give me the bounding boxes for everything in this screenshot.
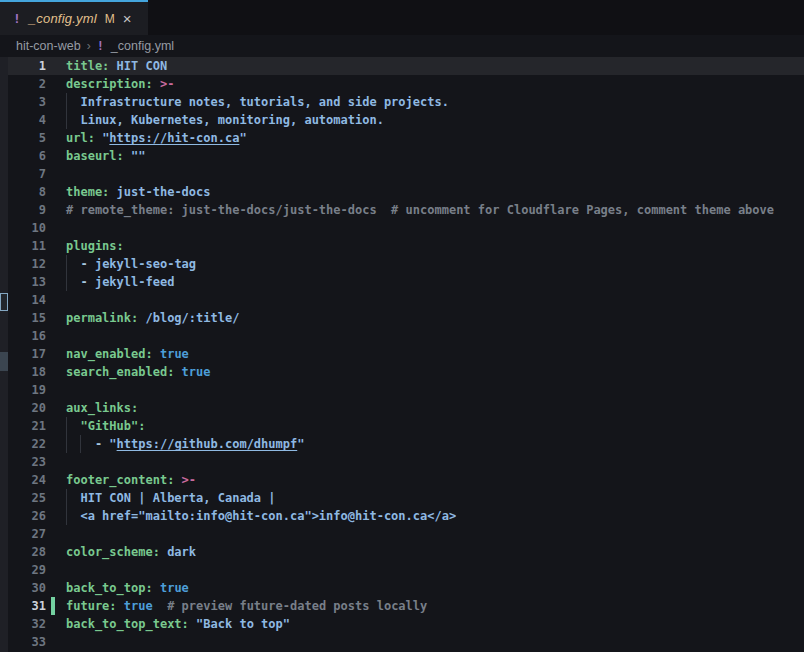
code-content: - jekyll-feed [66,273,804,291]
code-line[interactable]: 17nav_enabled: true [0,345,804,363]
gutter-margin [46,399,66,417]
breadcrumb-file-label: _config.yml [111,39,174,53]
code-line[interactable]: 31future: true # preview future-dated po… [0,597,804,615]
breadcrumb-folder[interactable]: hit-con-web [16,39,81,53]
code-content [66,561,804,579]
indent-guide [80,435,81,453]
code-line[interactable]: 13 - jekyll-feed [0,273,804,291]
gutter-margin [46,129,66,147]
code-content: permalink: /blog/:title/ [66,309,804,327]
code-line[interactable]: 23 [0,453,804,471]
editor-tab-bar: ! _config.yml M × [0,0,804,35]
code-line[interactable]: 30back_to_top: true [0,579,804,597]
breadcrumb-file[interactable]: ! _config.yml [97,39,174,53]
code-content [66,327,804,345]
close-icon[interactable]: × [123,11,132,26]
code-line[interactable]: 26 <a href="mailto:info@hit-con.ca">info… [0,507,804,525]
yaml-file-icon: ! [97,39,104,53]
indent-guide [66,507,67,525]
code-line[interactable]: 18search_enabled: true [0,363,804,381]
code-line[interactable]: 25 HIT CON | Alberta, Canada | [0,489,804,507]
gutter-margin [46,93,66,111]
code-line[interactable]: 16 [0,327,804,345]
code-line[interactable]: 27 [0,525,804,543]
code-line[interactable]: 33 [0,633,804,651]
code-line[interactable]: 21 "GitHub": [0,417,804,435]
code-token-bool: true [182,365,211,379]
code-content: HIT CON | Alberta, Canada | [66,489,804,507]
gutter-margin [46,381,66,399]
code-line[interactable]: 22 - "https://github.com/dhumpf" [0,435,804,453]
gutter-margin [46,291,66,309]
code-token-val [153,77,160,91]
code-line[interactable]: 28color_scheme: dark [0,543,804,561]
yaml-file-icon: ! [13,11,21,26]
tab-config-yml[interactable]: ! _config.yml M × [0,0,148,35]
indent-guide [66,273,67,291]
gutter-margin [46,435,66,453]
indent-guide [66,111,67,129]
code-token-val: <a href="mailto:info@hit-con.ca">info@hi… [66,509,456,523]
indent-guide [66,417,67,435]
code-line[interactable]: 14 [0,291,804,309]
code-line[interactable]: 5url: "https://hit-con.ca" [0,129,804,147]
code-line[interactable]: 11plugins: [0,237,804,255]
code-token-val: just-the-docs [109,185,210,199]
code-token-key: url: [66,131,95,145]
code-line[interactable]: 2description: >- [0,75,804,93]
code-line[interactable]: 7 [0,165,804,183]
code-token-key: back_to_top: [66,581,153,595]
code-token-key: title: [66,59,109,73]
code-token-val: Linux, Kubernetes, monitoring, automatio… [66,113,384,127]
code-token-key: aux_links: [66,401,138,415]
code-content: "GitHub": [66,417,804,435]
gutter-margin [46,147,66,165]
code-line[interactable]: 10 [0,219,804,237]
code-line[interactable]: 20aux_links: [0,399,804,417]
code-token-val [117,599,124,613]
gutter-margin [46,57,66,75]
code-token-link: https://github.com/dhumpf [117,437,298,451]
code-token-key: future: [66,599,117,613]
code-line[interactable]: 6baseurl: "" [0,147,804,165]
code-line[interactable]: 9# remote_theme: just-the-docs/just-the-… [0,201,804,219]
code-line[interactable]: 4 Linux, Kubernetes, monitoring, automat… [0,111,804,129]
code-token-val: " [109,437,116,451]
code-content [66,453,804,471]
code-token-comment: # remote_theme: just-the-docs/just-the-d… [66,203,774,217]
git-modified-badge: M [105,12,115,26]
code-line[interactable]: 29 [0,561,804,579]
code-content: url: "https://hit-con.ca" [66,129,804,147]
code-content: - jekyll-seo-tag [66,255,804,273]
code-line[interactable]: 32back_to_top_text: "Back to top" [0,615,804,633]
code-editor[interactable]: 1title: HIT CON2description: >-3 Infrast… [0,57,804,652]
code-token-val [153,347,160,361]
code-token-key: baseurl: [66,149,124,163]
indent-guide [66,489,67,507]
code-token-val: Infrastructure notes, tutorials, and sid… [66,95,449,109]
code-line[interactable]: 3 Infrastructure notes, tutorials, and s… [0,93,804,111]
code-token-key: theme: [66,185,109,199]
code-token-op: >- [160,77,174,91]
breadcrumb: hit-con-web › ! _config.yml [0,35,804,57]
code-line[interactable]: 8theme: just-the-docs [0,183,804,201]
code-token-key: description: [66,77,153,91]
code-line[interactable]: 1title: HIT CON [0,57,804,75]
code-content: # remote_theme: just-the-docs/just-the-d… [66,201,804,219]
code-line[interactable]: 15permalink: /blog/:title/ [0,309,804,327]
gutter-margin [46,489,66,507]
code-content: description: >- [66,75,804,93]
gutter-margin [46,201,66,219]
code-token-val: " [239,131,246,145]
code-content: title: HIT CON [66,57,804,75]
gutter-margin [46,75,66,93]
code-token-val: "Back to top" [189,617,290,631]
code-line[interactable]: 12 - jekyll-seo-tag [0,255,804,273]
code-token-key: nav_enabled: [66,347,153,361]
gutter-margin [46,417,66,435]
code-content: search_enabled: true [66,363,804,381]
code-content [66,525,804,543]
code-line[interactable]: 24footer_content: >- [0,471,804,489]
code-content: Infrastructure notes, tutorials, and sid… [66,93,804,111]
code-line[interactable]: 19 [0,381,804,399]
